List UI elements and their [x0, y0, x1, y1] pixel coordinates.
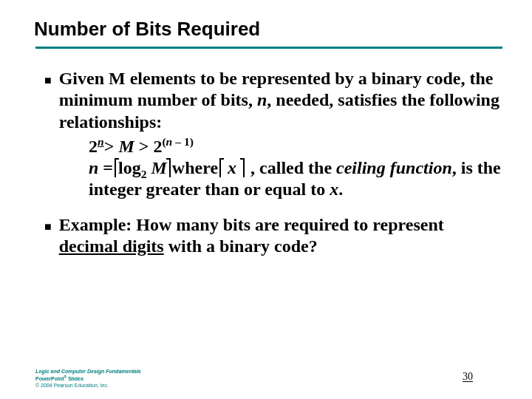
ml2-log: log: [118, 158, 141, 177]
ceil-left-1-icon: [113, 158, 118, 177]
ml2-n: n: [89, 158, 98, 177]
content-area: ■ Given M elements to be represented by …: [35, 68, 502, 257]
ml2-M: M: [147, 158, 167, 177]
footer-line-2: PowerPoint® Slides: [35, 375, 141, 383]
ml1-exp-rest: – 1): [172, 135, 194, 148]
bullet-1-var-n: n: [257, 90, 267, 109]
slide: Number of Bits Required ■ Given M elemen…: [0, 0, 532, 399]
ml2-dot: .: [338, 180, 343, 199]
math-block: 2n> M > 2(n – 1) n =log2 Mwhere x , call…: [89, 136, 502, 201]
bullet-1-body: Given M elements to be represented by a …: [59, 68, 502, 133]
ml2-comma: , called the: [246, 158, 336, 177]
ceil-left-2-icon: [218, 158, 223, 177]
bullet-icon: ■: [44, 73, 52, 133]
bullet-2-underlined: decimal digits: [59, 236, 164, 256]
ml1-two-b: 2: [153, 137, 162, 156]
bullet-2: ■ Example: How many bits are required to…: [44, 214, 502, 258]
bullet-1: ■ Given M elements to be represented by …: [44, 68, 502, 133]
footer-l2b: Slides: [66, 376, 83, 381]
footer: Logic and Computer Design Fundamentals P…: [35, 369, 141, 389]
ml1-exp-n: n: [98, 135, 104, 148]
bullet-2-lead: Example: How many bits are required to r…: [59, 215, 444, 234]
bullet-icon: ■: [44, 219, 52, 258]
footer-line-1: Logic and Computer Design Fundamentals: [35, 369, 141, 375]
math-line-1: 2n> M > 2(n – 1): [89, 136, 502, 157]
slide-title: Number of Bits Required: [34, 18, 502, 41]
footer-l2a: PowerPoint: [35, 376, 64, 381]
ml1-ge: >: [134, 137, 154, 156]
ml1-M: M: [118, 137, 134, 156]
footer-line-3: © 2004 Pearson Education, Inc.: [35, 383, 141, 389]
page-number: 30: [463, 371, 473, 383]
ceil-right-2-icon: [241, 158, 246, 177]
bullet-2-body: Example: How many bits are required to r…: [59, 214, 502, 258]
math-line-2: n =log2 Mwhere x , called the ceiling fu…: [89, 157, 502, 201]
ml2-eq: =: [98, 158, 113, 177]
ml2-base: 2: [141, 168, 147, 180]
ceil-right-1-icon: [167, 158, 172, 177]
ml1-exp-var: n: [166, 135, 173, 148]
ml1-two: 2: [89, 137, 98, 156]
title-rule: [35, 47, 502, 49]
ml2-ceilfn: ceiling function: [336, 158, 452, 177]
bullet-2-tail: with a binary code?: [164, 236, 318, 256]
ml2-where: where: [172, 158, 218, 177]
ml1-gt1: >: [104, 137, 119, 156]
ml2-xvar: x: [330, 180, 338, 199]
ml2-x: x: [223, 158, 241, 177]
